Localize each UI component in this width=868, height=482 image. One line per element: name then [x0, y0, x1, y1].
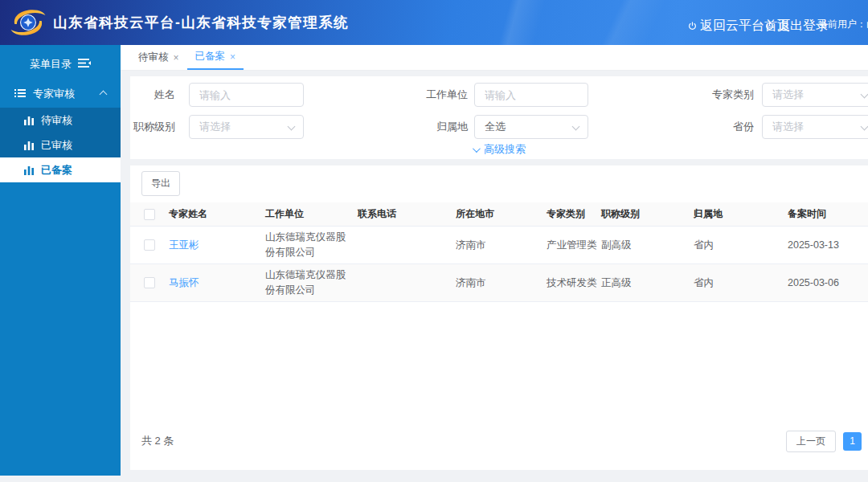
current-user-label: 当前用户：山东 [818, 18, 868, 31]
col-category: 专家类别 [547, 207, 601, 221]
title-level-field-label: 职称级别 [130, 115, 175, 139]
advanced-search-label: 高级搜索 [484, 143, 526, 155]
region-field-label: 归属地 [371, 115, 468, 139]
col-title-level: 职称级别 [601, 207, 694, 221]
col-filing-date: 备案时间 [788, 207, 868, 221]
chevron-down-icon [861, 123, 868, 131]
cell-title-level: 副高级 [601, 239, 694, 252]
province-field-label: 省份 [657, 115, 754, 139]
name-input[interactable] [189, 83, 304, 107]
advanced-search-toggle[interactable]: 高级搜索 [130, 142, 868, 157]
cell-filing-date: 2025-03-06 [788, 277, 868, 288]
cell-region: 省内 [694, 276, 788, 290]
screen: 山东省科技云平台-山东省科技专家管理系统 返回云平台首页 退出登录 当前用户：山… [0, 0, 868, 482]
work-unit-input[interactable] [474, 83, 588, 107]
chevron-up-icon [100, 90, 108, 98]
name-field-label: 姓名 [130, 83, 175, 107]
expert-name-link[interactable]: 马振怀 [169, 277, 199, 288]
tab-filed[interactable]: 已备案 × [187, 45, 244, 70]
bar-chart-icon [24, 165, 34, 175]
tab-label: 待审核 [138, 51, 169, 64]
title-level-select[interactable]: 请选择 [189, 115, 304, 139]
select-placeholder: 请选择 [772, 120, 804, 134]
list-icon [14, 88, 26, 100]
cell-city: 济南市 [456, 239, 547, 252]
table-header-row: 专家姓名 工作单位 联系电话 所在地市 专家类别 职称级别 归属地 备案时间 [130, 202, 868, 227]
bar-chart-icon [24, 116, 34, 125]
tab-pending[interactable]: 待审核 × [130, 45, 187, 70]
sidebar: 菜单目录 专家审核 [0, 45, 121, 476]
cell-region: 省内 [694, 239, 788, 252]
cell-work-unit: 山东德瑞克仪器股份有限公司 [265, 230, 358, 260]
region-select[interactable]: 全选 [474, 115, 588, 139]
tab-bar: 待审核 × 已备案 × [121, 45, 868, 71]
menu-directory-label: 菜单目录 [30, 57, 72, 71]
select-value: 全选 [485, 120, 506, 134]
cell-filing-date: 2025-03-13 [788, 239, 868, 251]
results-panel: 导出 专家姓名 工作单位 联系电话 所在地市 专家类别 职称级别 归属地 备案时… [130, 165, 868, 470]
tab-label: 已备案 [195, 50, 226, 63]
sidebar-item-filed[interactable]: 已备案 [0, 157, 121, 182]
work-unit-field-label: 工作单位 [371, 83, 468, 107]
app-title: 山东省科技云平台-山东省科技专家管理系统 [53, 13, 349, 32]
col-expert-name: 专家姓名 [169, 207, 265, 221]
expert-category-field-label: 专家类别 [657, 83, 754, 107]
col-work-unit: 工作单位 [265, 207, 358, 221]
row-checkbox[interactable] [144, 277, 155, 288]
close-icon[interactable]: × [230, 51, 235, 63]
expert-name-link[interactable]: 王亚彬 [169, 239, 199, 251]
expert-category-select[interactable]: 请选择 [762, 83, 868, 107]
app-logo-icon [10, 6, 47, 39]
chevron-down-icon [288, 123, 296, 131]
col-region: 归属地 [694, 207, 788, 221]
table-row: 王亚彬 山东德瑞克仪器股份有限公司 济南市 产业管理类 副高级 省内 2025-… [130, 227, 868, 264]
select-placeholder: 请选择 [199, 120, 231, 134]
power-icon [765, 19, 774, 34]
prev-page-button[interactable]: 上一页 [786, 431, 836, 452]
cell-title-level: 正高级 [601, 276, 694, 290]
total-count-label: 共 2 条 [141, 434, 174, 448]
row-checkbox[interactable] [144, 239, 155, 251]
experts-table: 专家姓名 工作单位 联系电话 所在地市 专家类别 职称级别 归属地 备案时间 王… [130, 202, 868, 302]
page-number-button[interactable]: 1 [843, 432, 862, 451]
sidebar-item-audited[interactable]: 已审核 [0, 133, 121, 157]
menu-directory-toggle[interactable]: 菜单目录 [0, 48, 121, 80]
cell-work-unit: 山东德瑞克仪器股份有限公司 [265, 268, 358, 298]
col-phone: 联系电话 [358, 207, 456, 221]
sidebar-item-label: 已备案 [41, 163, 72, 178]
chevron-down-icon [473, 145, 481, 153]
sidebar-group-label: 专家审核 [33, 87, 75, 101]
sidebar-item-pending[interactable]: 待审核 [0, 108, 121, 133]
chevron-down-icon [861, 91, 868, 99]
power-icon [688, 19, 697, 34]
hamburger-collapse-icon [78, 58, 91, 71]
sidebar-item-label: 已审核 [41, 138, 72, 153]
select-all-checkbox[interactable] [144, 209, 155, 220]
export-button[interactable]: 导出 [141, 171, 180, 196]
pagination: 上一页 1 [786, 431, 862, 452]
sidebar-item-label: 待审核 [41, 113, 72, 128]
select-placeholder: 请选择 [772, 88, 804, 102]
close-icon[interactable]: × [174, 52, 179, 63]
cell-city: 济南市 [456, 276, 547, 290]
table-footer: 共 2 条 上一页 1 [141, 431, 862, 451]
app-header: 山东省科技云平台-山东省科技专家管理系统 返回云平台首页 退出登录 当前用户：山… [0, 0, 868, 45]
sidebar-group-expert-audit[interactable]: 专家审核 [0, 80, 121, 108]
table-row: 马振怀 山东德瑞克仪器股份有限公司 济南市 技术研发类 正高级 省内 2025-… [130, 264, 868, 302]
sidebar-submenu: 待审核 已审核 已备案 [0, 108, 121, 182]
col-city: 所在地市 [456, 207, 547, 221]
cell-category: 产业管理类 [547, 239, 601, 252]
bar-chart-icon [24, 141, 34, 150]
chevron-down-icon [572, 123, 580, 131]
search-filter-panel: 姓名 工作单位 专家类别 请选择 职称级别 请选择 归属地 全选 省份 请选择 … [130, 76, 868, 159]
province-select[interactable]: 请选择 [762, 115, 868, 139]
cell-category: 技术研发类 [547, 276, 601, 290]
